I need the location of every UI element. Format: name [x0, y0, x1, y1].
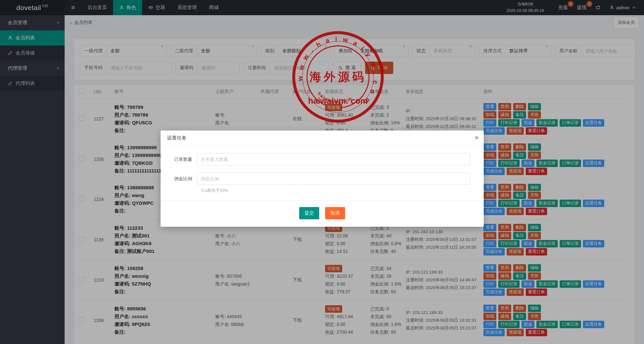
close-icon[interactable]: × — [475, 130, 479, 145]
submit-button[interactable]: 提交 — [299, 207, 319, 219]
modal-body: 订单数量 佣金比例 0.1相当于10% — [161, 145, 484, 193]
modal-footer: 提交 取消 — [161, 201, 484, 227]
modal-title: 设置任务 — [167, 135, 186, 141]
modal-header: 设置任务 × — [161, 130, 484, 145]
commission-hint: 0.1相当于10% — [201, 188, 470, 193]
set-task-modal: 设置任务 × 订单数量 佣金比例 0.1相当于10% 提交 取消 — [161, 130, 484, 227]
order-count-input[interactable] — [197, 153, 470, 165]
commission-ratio-input[interactable] — [197, 172, 470, 185]
cancel-button[interactable]: 取消 — [325, 207, 345, 219]
commission-ratio-label: 佣金比例 — [161, 172, 197, 185]
order-count-label: 订单数量 — [161, 153, 197, 165]
